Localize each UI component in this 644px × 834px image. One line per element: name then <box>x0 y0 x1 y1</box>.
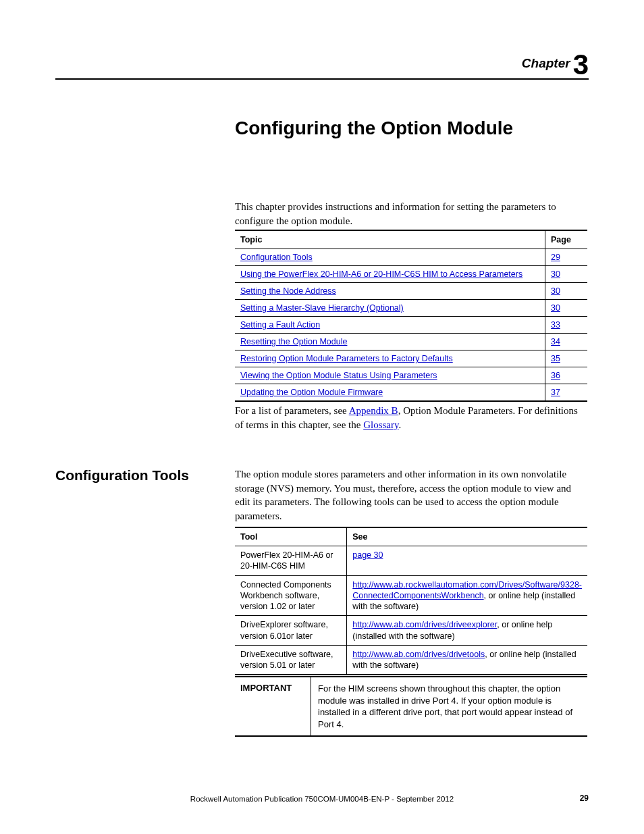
toc-row: Setting the Node Address30 <box>235 283 587 300</box>
toc-row: Restoring Option Module Parameters to Fa… <box>235 350 587 367</box>
tool-header-tool: Tool <box>235 527 347 546</box>
toc-row: Updating the Option Module Firmware37 <box>235 384 587 402</box>
chapter-word: Chapter <box>522 56 570 70</box>
tool-row: DriveExecutive software, version 5.01 or… <box>235 645 587 675</box>
toc-page-link[interactable]: 34 <box>551 337 560 346</box>
page: Chapter3 Configuring the Option Module T… <box>0 0 644 834</box>
chapter-header: Chapter3 <box>522 49 589 81</box>
toc-page-link[interactable]: 30 <box>551 286 560 296</box>
footer-page-number: 29 <box>580 793 589 803</box>
see-link[interactable]: http://www.ab.com/drives/drivetools <box>352 650 485 659</box>
important-box: IMPORTANT For the HIM screens shown thro… <box>235 676 587 737</box>
section-heading: Configuration Tools <box>55 467 189 484</box>
tool-table: Tool See PowerFlex 20-HIM-A6 or 20-HIM-C… <box>235 527 587 675</box>
toc-table: Topic Page Configuration Tools29 Using t… <box>235 230 587 402</box>
tool-cell: Connected Components Workbench software,… <box>235 575 347 616</box>
tool-cell: DriveExecutive software, version 5.01 or… <box>235 645 347 675</box>
toc-page-link[interactable]: 35 <box>551 354 560 363</box>
page-title: Configuring the Option Module <box>235 118 513 139</box>
tool-cell: PowerFlex 20-HIM-A6 or 20-HIM-C6S HIM <box>235 546 347 576</box>
toc-page-link[interactable]: 36 <box>551 371 560 380</box>
tool-row: PowerFlex 20-HIM-A6 or 20-HIM-C6S HIM pa… <box>235 546 587 576</box>
after-table-suffix: . <box>399 419 402 430</box>
toc-topic-link[interactable]: Using the PowerFlex 20-HIM-A6 or 20-HIM-… <box>240 269 522 279</box>
important-label: IMPORTANT <box>235 677 311 735</box>
toc-topic-link[interactable]: Configuration Tools <box>240 253 313 262</box>
toc-row: Setting a Master-Slave Hierarchy (Option… <box>235 300 587 317</box>
see-cell: http://www.ab.rockwellautomation.com/Dri… <box>347 575 587 616</box>
tool-row: DriveExplorer software, version 6.01or l… <box>235 616 587 646</box>
header-rule <box>55 78 589 80</box>
toc-row: Configuration Tools29 <box>235 249 587 266</box>
see-cell: http://www.ab.com/drives/driveexplorer, … <box>347 616 587 646</box>
footer: Rockwell Automation Publication 750COM-U… <box>0 795 644 803</box>
tool-row: Connected Components Workbench software,… <box>235 575 587 616</box>
toc-page-link[interactable]: 30 <box>551 303 560 313</box>
toc-row: Viewing the Option Module Status Using P… <box>235 367 587 384</box>
section-body: The option module stores parameters and … <box>235 467 585 523</box>
toc-topic-link[interactable]: Updating the Option Module Firmware <box>240 388 383 397</box>
after-table-prefix: For a list of parameters, see <box>235 405 349 416</box>
toc-body: Configuration Tools29 Using the PowerFle… <box>235 249 587 402</box>
see-link[interactable]: http://www.ab.com/drives/driveexplorer <box>352 620 497 629</box>
see-link[interactable]: page 30 <box>352 550 383 560</box>
after-table-paragraph: For a list of parameters, see Appendix B… <box>235 404 585 432</box>
glossary-link[interactable]: Glossary <box>363 419 398 430</box>
chapter-number: 3 <box>573 49 589 80</box>
toc-topic-link[interactable]: Resetting the Option Module <box>240 337 347 346</box>
important-text: For the HIM screens shown throughout thi… <box>311 677 587 735</box>
toc-row: Resetting the Option Module34 <box>235 334 587 350</box>
toc-page-link[interactable]: 30 <box>551 269 560 279</box>
intro-paragraph: This chapter provides instructions and i… <box>235 200 585 228</box>
toc-page-link[interactable]: 29 <box>551 253 560 262</box>
toc-topic-link[interactable]: Viewing the Option Module Status Using P… <box>240 371 437 380</box>
tool-cell: DriveExplorer software, version 6.01or l… <box>235 616 347 646</box>
toc-row: Using the PowerFlex 20-HIM-A6 or 20-HIM-… <box>235 266 587 283</box>
toc-topic-link[interactable]: Setting a Master-Slave Hierarchy (Option… <box>240 303 404 313</box>
see-cell: page 30 <box>347 546 587 576</box>
toc-header-topic: Topic <box>235 230 545 249</box>
toc-topic-link[interactable]: Restoring Option Module Parameters to Fa… <box>240 354 453 363</box>
toc-page-link[interactable]: 33 <box>551 320 560 330</box>
toc-page-link[interactable]: 37 <box>551 388 560 397</box>
appendix-link[interactable]: Appendix B <box>349 405 398 416</box>
toc-topic-link[interactable]: Setting the Node Address <box>240 286 336 296</box>
see-cell: http://www.ab.com/drives/drivetools, or … <box>347 645 587 675</box>
toc-header-page: Page <box>545 230 588 249</box>
toc-row: Setting a Fault Action33 <box>235 317 587 334</box>
toc-topic-link[interactable]: Setting a Fault Action <box>240 320 320 330</box>
tool-header-see: See <box>347 527 587 546</box>
footer-publication: Rockwell Automation Publication 750COM-U… <box>190 795 454 803</box>
